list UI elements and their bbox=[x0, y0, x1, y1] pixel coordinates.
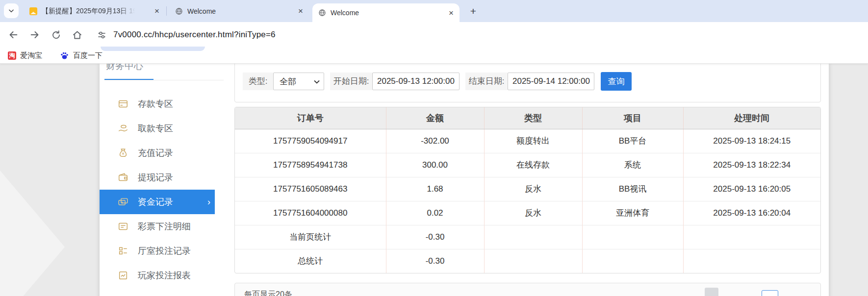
sidebar-item-label: 提现记录 bbox=[138, 172, 173, 183]
table-cell: 当前页统计 bbox=[235, 225, 386, 249]
bookmark-label: 爱淘宝 bbox=[20, 51, 42, 60]
funds-table-container: 订单号 金额 类型 项目 处理时间 1757759054094917 -302.… bbox=[234, 107, 821, 273]
table-cell: -0.30 bbox=[386, 249, 484, 273]
tab-notification[interactable]: 【新提醒】2025年09月13日 19 × bbox=[24, 0, 165, 22]
home-icon bbox=[72, 30, 82, 40]
tab-separator bbox=[166, 6, 167, 16]
sidebar-item-label: 取款专区 bbox=[138, 123, 173, 134]
type-select[interactable]: 全部 bbox=[273, 73, 324, 90]
table-cell: 300.00 bbox=[386, 153, 484, 177]
forward-button[interactable] bbox=[29, 29, 40, 40]
new-tab-button[interactable]: + bbox=[466, 4, 480, 18]
sidebar-item-player-bet-report[interactable]: 玩家投注报表 bbox=[100, 263, 215, 288]
table-cell: 额度转出 bbox=[484, 129, 582, 153]
pagination-prev-button[interactable] bbox=[705, 288, 718, 296]
address-bar[interactable]: 7v0000.cc/hhcp/usercenter.html?iniType=6 bbox=[113, 30, 276, 40]
table-cell bbox=[683, 225, 820, 249]
table-cell: 反水 bbox=[484, 201, 582, 225]
table-cell bbox=[484, 249, 582, 273]
sidebar-item-hall-bet-records[interactable]: 厅室投注记录 bbox=[100, 239, 215, 263]
sidebar-item-label: 厅室投注记录 bbox=[138, 245, 191, 257]
sidebar-item-withdrawal-records[interactable]: 提现记录 bbox=[100, 165, 215, 190]
site-settings-button[interactable] bbox=[97, 30, 106, 40]
baidu-paw-icon bbox=[60, 51, 69, 60]
taobao-icon: 淘 bbox=[8, 51, 16, 60]
bookmark-taobao[interactable]: 淘 爱淘宝 bbox=[8, 51, 42, 60]
sidebar-item-deposit-zone[interactable]: 存款专区 bbox=[100, 92, 215, 116]
back-button[interactable] bbox=[8, 29, 19, 40]
table-row: 1757751604000080 0.02 反水 亚洲体育 2025-09-13… bbox=[235, 201, 820, 225]
column-header-type: 类型 bbox=[484, 107, 582, 129]
money-bag-icon: ¥ bbox=[118, 148, 128, 158]
sidebar-item-funds-records[interactable]: ¥ 资金记录 › bbox=[100, 190, 215, 214]
column-header-project: 项目 bbox=[582, 107, 683, 129]
pagination-bar: 每页显示20条 bbox=[234, 283, 821, 296]
type-select-value: 全部 bbox=[280, 77, 296, 86]
end-date-label: 结束日期: bbox=[465, 73, 508, 90]
page-size-text: 每页显示20条 bbox=[244, 290, 292, 296]
table-cell bbox=[582, 225, 683, 249]
query-button[interactable]: 查询 bbox=[601, 72, 632, 91]
table-row: 1757759054094917 -302.00 额度转出 BB平台 2025-… bbox=[235, 129, 820, 153]
popup-bottom-edge bbox=[101, 47, 205, 51]
sidebar-item-lottery-bet-details[interactable]: 彩票下注明细 bbox=[100, 214, 215, 239]
tab-search-button[interactable] bbox=[4, 3, 19, 18]
close-icon[interactable]: × bbox=[298, 7, 303, 15]
home-button[interactable] bbox=[72, 30, 82, 40]
table-cell bbox=[582, 249, 683, 273]
wallet-icon bbox=[118, 172, 128, 183]
table-cell: 在线存款 bbox=[484, 153, 582, 177]
list-boxes-icon bbox=[118, 246, 128, 256]
pagination-page-button[interactable] bbox=[762, 290, 778, 296]
hand-money-icon bbox=[118, 123, 128, 134]
sidebar-item-recharge-records[interactable]: ¥ 充值记录 bbox=[100, 141, 215, 165]
globe-icon bbox=[318, 9, 326, 17]
tab-welcome-active[interactable]: Welcome × bbox=[312, 3, 460, 22]
sidebar-item-label: 资金记录 bbox=[138, 196, 173, 208]
sidebar-item-label: 彩票下注明细 bbox=[138, 221, 191, 232]
sidebar-header: 财务中心 bbox=[106, 64, 143, 72]
back-icon bbox=[8, 29, 19, 40]
sidebar-menu: 存款专区 取款专区 ¥ 充值记录 提现记录 ¥ 资金记录 › bbox=[100, 92, 215, 288]
table-row: 1757751605089463 1.68 反水 BB视讯 2025-09-13… bbox=[235, 177, 820, 201]
list-card-icon bbox=[118, 221, 128, 232]
table-cell: 1757759054094917 bbox=[235, 129, 386, 153]
svg-text:¥: ¥ bbox=[122, 151, 125, 156]
bank-card-icon bbox=[118, 99, 128, 109]
table-cell: 反水 bbox=[484, 177, 582, 201]
close-icon[interactable]: × bbox=[449, 9, 454, 17]
table-row-total-summary: 总统计 -0.30 bbox=[235, 249, 820, 273]
sidebar-item-withdraw-zone[interactable]: 取款专区 bbox=[100, 116, 215, 141]
bookmark-baidu[interactable]: 百度一下 bbox=[60, 51, 102, 60]
reload-button[interactable] bbox=[51, 30, 61, 40]
table-cell: BB平台 bbox=[582, 129, 683, 153]
start-date-input[interactable] bbox=[372, 73, 460, 90]
notification-favicon-icon bbox=[29, 7, 37, 15]
column-header-time: 处理时间 bbox=[683, 107, 820, 129]
table-cell: 0.02 bbox=[386, 201, 484, 225]
column-header-amount: 金额 bbox=[386, 107, 484, 129]
table-cell bbox=[683, 249, 820, 273]
tab-title: 【新提醒】2025年09月13日 19 bbox=[42, 7, 137, 16]
table-cell: 2025-09-13 18:24:15 bbox=[683, 129, 820, 153]
table-cell: -0.30 bbox=[386, 225, 484, 249]
table-cell: 1.68 bbox=[386, 177, 484, 201]
content-area: 财务中心 存款专区 取款专区 ¥ 充值记录 提现记录 bbox=[100, 64, 829, 296]
close-icon[interactable]: × bbox=[154, 7, 159, 15]
column-header-order-id: 订单号 bbox=[235, 107, 386, 129]
sidebar-item-label: 玩家投注报表 bbox=[138, 270, 191, 281]
start-date-label: 开始日期: bbox=[330, 73, 372, 90]
chevron-right-icon: › bbox=[207, 197, 210, 206]
bookmark-label: 百度一下 bbox=[73, 51, 102, 60]
end-date-input[interactable] bbox=[508, 73, 594, 90]
report-chart-icon bbox=[118, 270, 128, 281]
tab-title: Welcome bbox=[331, 9, 359, 17]
table-cell: 2025-09-13 16:20:04 bbox=[683, 201, 820, 225]
tab-welcome-1[interactable]: Welcome × bbox=[169, 0, 309, 22]
table-cell: 总统计 bbox=[235, 249, 386, 273]
globe-icon bbox=[175, 7, 183, 15]
sidebar-item-label: 存款专区 bbox=[138, 98, 173, 110]
table-cell: -302.00 bbox=[386, 129, 484, 153]
sidebar-item-label: 充值记录 bbox=[138, 147, 173, 159]
table-header-row: 订单号 金额 类型 项目 处理时间 bbox=[235, 107, 820, 129]
